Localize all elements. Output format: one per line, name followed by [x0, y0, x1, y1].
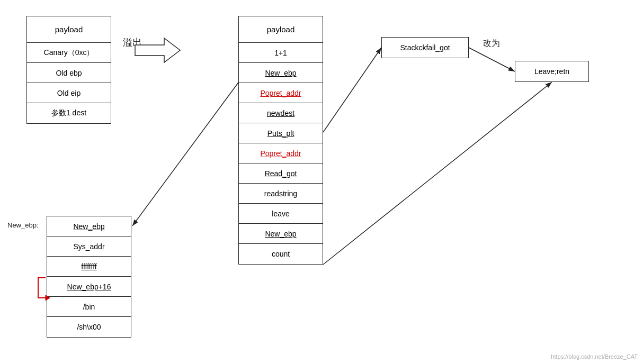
- stackckfail-box: Stackckfail_got: [381, 37, 469, 58]
- newebp-label: New_ebp:: [7, 221, 39, 229]
- gawei-arrow: [469, 48, 515, 71]
- leave-arrow: [323, 82, 552, 265]
- middle-stack-cell-1: New_ebp: [239, 63, 323, 83]
- left-stack-cell-1: Old ebp: [27, 63, 111, 83]
- overflow-label: 溢出: [123, 36, 142, 49]
- leaveretn-label: Leave;retn: [534, 67, 569, 76]
- middle-stack-cell-6: Read_got: [239, 163, 323, 184]
- left-stack-cell-0: Canary（0xc）: [27, 43, 111, 63]
- newebp-stack: New_ebp Sys_addr ffffffff New_ebp+16 /bi…: [47, 216, 131, 338]
- stackckfail-label: Stackckfail_got: [400, 43, 450, 52]
- middle-stack-cell-10: count: [239, 244, 323, 264]
- gawei-label: 改为: [483, 38, 500, 49]
- left-stack-cell-3: 参数1 dest: [27, 103, 111, 123]
- newebp-stack-cell-2: ffffffff: [47, 257, 131, 277]
- red-bracket: [38, 278, 46, 298]
- left-stack-cell-2: Old eip: [27, 83, 111, 103]
- middle-stack-cell-2: Popret_addr: [239, 83, 323, 103]
- watermark: https://blog.csdn.net/Breeze_CAT: [551, 353, 638, 360]
- middle-stack-cell-7: readstring: [239, 184, 323, 204]
- newebp-stack-cell-3: New_ebp+16: [47, 277, 131, 297]
- middle-stack: payload 1+1 New_ebp Popret_addr newdest …: [238, 16, 323, 265]
- middle-stack-cell-4: Puts_plt: [239, 123, 323, 143]
- newdest-arrow: [323, 48, 381, 132]
- newebp-stack-cell-5: /sh\x00: [47, 317, 131, 337]
- middle-stack-cell-0: 1+1: [239, 43, 323, 63]
- left-stack: payload Canary（0xc） Old ebp Old eip 参数1 …: [26, 16, 111, 124]
- newebp-stack-cell-0: New_ebp: [47, 216, 131, 236]
- newebp-stack-cell-1: Sys_addr: [47, 236, 131, 257]
- newebp-arrow: [132, 83, 238, 226]
- middle-stack-cell-5: Popret_addr: [239, 143, 323, 163]
- leaveretn-box: Leave;retn: [515, 61, 589, 82]
- left-stack-header: payload: [27, 16, 111, 43]
- middle-stack-cell-8: leave: [239, 204, 323, 224]
- newebp-stack-cell-4: /bin: [47, 297, 131, 317]
- middle-stack-header: payload: [239, 16, 323, 43]
- middle-stack-cell-9: New_ebp: [239, 224, 323, 244]
- middle-stack-cell-3: newdest: [239, 103, 323, 123]
- diagram-container: payload Canary（0xc） Old ebp Old eip 参数1 …: [0, 0, 643, 364]
